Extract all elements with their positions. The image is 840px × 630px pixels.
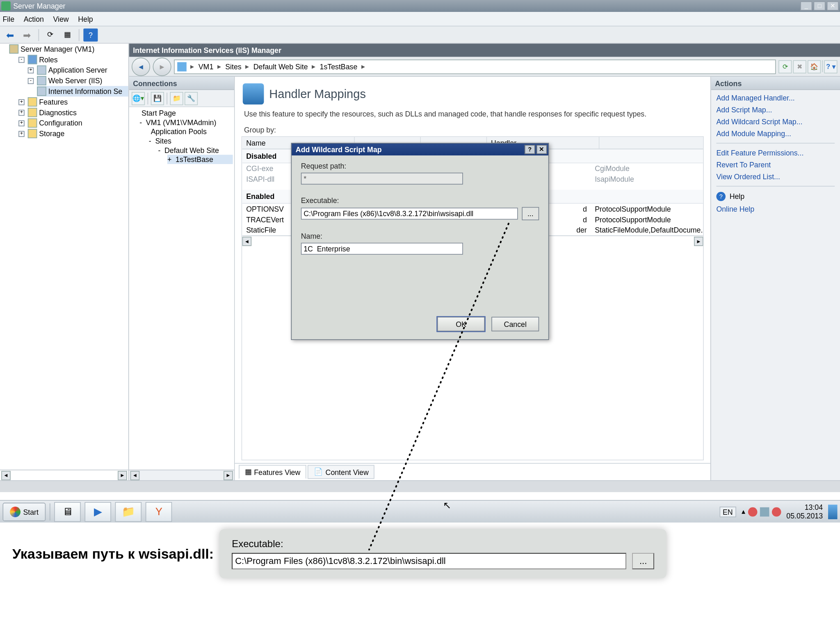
scroll-right-icon[interactable]: ► <box>224 470 233 480</box>
expand-icon[interactable]: + <box>167 155 171 163</box>
help-icon: ? <box>716 192 726 201</box>
maximize-button[interactable]: □ <box>813 1 825 11</box>
scroll-right-icon[interactable]: ► <box>694 237 703 246</box>
tray-icon[interactable] <box>772 507 781 516</box>
expand-icon[interactable]: + <box>18 110 25 116</box>
name-input[interactable] <box>301 243 463 255</box>
cancel-button[interactable]: Cancel <box>491 317 539 331</box>
tree-webserver[interactable]: -Web Server (IIS) <box>28 75 128 86</box>
conn-server[interactable]: -VM1 (VM1\VMAdmin) <box>139 118 233 127</box>
start-page[interactable]: Start Page <box>139 108 233 118</box>
tree-root[interactable]: Server Manager (VM1) <box>9 43 128 54</box>
menu-file[interactable]: File <box>2 15 14 23</box>
executable-label: Executable: <box>301 196 539 204</box>
expand-icon[interactable]: + <box>28 67 34 73</box>
refresh-icon[interactable]: ⟳ <box>43 28 57 41</box>
action-help[interactable]: ?Help <box>716 192 835 201</box>
help-icon[interactable]: ? <box>83 28 98 41</box>
role-icon <box>37 76 46 85</box>
action-add-script-map[interactable]: Add Script Map... <box>716 106 835 114</box>
dialog-help-button[interactable]: ? <box>525 145 535 154</box>
properties-icon[interactable]: ▦ <box>60 28 75 41</box>
callout-exec-input[interactable] <box>232 553 626 569</box>
start-button[interactable]: Start <box>2 502 46 521</box>
action-revert-parent[interactable]: Revert To Parent <box>716 161 835 169</box>
tree-appserver[interactable]: +Application Server <box>28 65 128 75</box>
conn-hscroll[interactable]: ◄ ► <box>129 470 234 480</box>
help-dropdown-icon[interactable]: ? ▾ <box>824 60 837 73</box>
collapse-icon[interactable]: - <box>149 137 151 145</box>
tree-roles[interactable]: -Roles <box>18 54 128 65</box>
action-edit-permissions[interactable]: Edit Feature Permissions... <box>716 149 835 157</box>
language-indicator[interactable]: EN <box>719 506 736 517</box>
taskbar-explorer-icon[interactable]: 📁 <box>115 502 142 521</box>
refresh-icon[interactable]: ⟳ <box>778 60 792 73</box>
taskbar-server-manager-icon[interactable]: 🖥 <box>55 502 81 521</box>
cursor-icon: ↖ <box>443 500 451 511</box>
save-icon[interactable]: 💾 <box>151 91 164 105</box>
expand-icon[interactable]: + <box>18 130 25 137</box>
chevron-up-icon[interactable]: ▴ <box>742 507 746 516</box>
action-add-module-mapping[interactable]: Add Module Mapping... <box>716 130 835 137</box>
tree-iis[interactable]: Internet Information Se <box>37 86 128 97</box>
executable-input[interactable] <box>301 208 518 219</box>
window-titlebar: Server Manager _ □ ✕ <box>0 0 840 12</box>
scroll-left-icon[interactable]: ◄ <box>242 237 251 246</box>
tree-features[interactable]: +Features <box>18 96 128 107</box>
tree-diagnostics[interactable]: +Diagnostics <box>18 107 128 118</box>
conn-sites[interactable]: -Sites <box>149 136 233 146</box>
action-online-help[interactable]: Online Help <box>716 205 835 213</box>
tray-icon[interactable] <box>748 507 758 516</box>
collapse-icon[interactable]: - <box>28 78 34 84</box>
action-view-ordered[interactable]: View Ordered List... <box>716 173 835 180</box>
collapse-icon[interactable]: - <box>158 146 160 154</box>
expand-icon[interactable]: + <box>18 120 25 126</box>
conn-testbase[interactable]: +1sTestBase <box>167 155 233 164</box>
minimize-button[interactable]: _ <box>800 1 812 11</box>
status-bar <box>0 480 840 492</box>
back-button[interactable]: ⬅ <box>2 28 17 41</box>
taskbar-yandex-icon[interactable]: Y <box>146 502 172 521</box>
separator <box>822 60 823 72</box>
connect-icon[interactable]: 🌐▾ <box>132 91 145 105</box>
action-add-managed-handler[interactable]: Add Managed Handler... <box>716 94 835 102</box>
taskbar-powershell-icon[interactable]: ▶ <box>85 502 112 521</box>
clock[interactable]: 13:04 05.05.2013 <box>786 504 823 520</box>
settings-icon[interactable]: 🔧 <box>185 91 198 105</box>
callout-browse-button[interactable]: ... <box>632 553 654 569</box>
forward-button[interactable]: ➡ <box>20 28 34 41</box>
windows-logo-icon <box>10 506 21 517</box>
nav-back-button[interactable]: ◄ <box>132 57 150 75</box>
tree-hscroll[interactable]: ◄ ► <box>0 470 128 480</box>
show-desktop-button[interactable] <box>828 504 838 519</box>
name-label: Name: <box>301 232 539 240</box>
menu-help[interactable]: Help <box>78 15 93 23</box>
collapse-icon[interactable]: - <box>18 57 25 63</box>
menu-view[interactable]: View <box>53 15 69 23</box>
menu-action[interactable]: Action <box>24 15 44 23</box>
ok-button[interactable]: OK <box>437 317 485 331</box>
dialog-close-button[interactable]: ✕ <box>536 145 547 154</box>
stop-icon[interactable]: ✖ <box>793 60 806 73</box>
expand-icon[interactable]: + <box>18 99 25 105</box>
folder-icon[interactable]: 📁 <box>170 91 183 105</box>
collapse-icon[interactable]: - <box>139 119 142 126</box>
tab-features-view[interactable]: ▦Features View <box>239 465 306 479</box>
home-icon[interactable]: 🏠 <box>808 60 821 73</box>
conn-defaultsite[interactable]: -Default Web Site <box>158 146 233 155</box>
tree-storage[interactable]: +Storage <box>18 128 128 139</box>
separator <box>716 143 835 144</box>
breadcrumb[interactable]: ▸ VM1▸ Sites▸ Default Web Site▸ 1sTestBa… <box>174 59 776 73</box>
scroll-left-icon[interactable]: ◄ <box>130 470 140 480</box>
taskbar: Start 🖥 ▶ 📁 Y EN ▴ 13:04 05.05.2013 <box>0 500 840 523</box>
tree-configuration[interactable]: +Configuration <box>18 118 128 128</box>
nav-forward-button[interactable]: ► <box>153 57 171 75</box>
browse-button[interactable]: ... <box>522 207 539 220</box>
close-button[interactable]: ✕ <box>827 1 839 11</box>
action-add-wildcard-script-map[interactable]: Add Wildcard Script Map... <box>716 118 835 126</box>
tray-icon[interactable] <box>760 507 769 516</box>
scroll-left-icon[interactable]: ◄ <box>1 470 11 480</box>
scroll-right-icon[interactable]: ► <box>118 470 127 480</box>
tab-content-view[interactable]: 📄Content View <box>308 465 374 479</box>
conn-apppools[interactable]: Application Pools <box>149 127 233 137</box>
